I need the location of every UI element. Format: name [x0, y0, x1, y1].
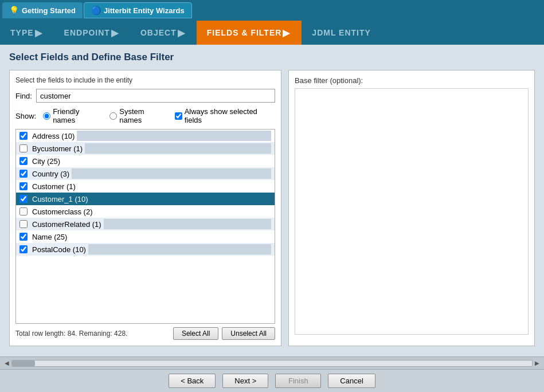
- field-label-postalcode: PostalCode (10): [32, 245, 86, 254]
- field-bg-country: [72, 168, 271, 179]
- find-input[interactable]: [36, 89, 275, 103]
- show-label: Show:: [15, 112, 36, 120]
- steps-bar: TYPE ▶ ENDPOINT ▶ OBJECT ▶ FIELDS & FILT…: [0, 21, 544, 45]
- cancel-button[interactable]: Cancel: [328, 374, 375, 388]
- select-all-button[interactable]: Select All: [173, 327, 218, 340]
- field-label-address: Address (10): [32, 132, 75, 140]
- field-bg-bycustomer: [85, 143, 271, 154]
- step-endpoint-label: ENDPOINT: [64, 28, 110, 37]
- field-row-name[interactable]: Name (25): [16, 230, 275, 243]
- system-names-label: System names: [119, 107, 167, 124]
- tab-bar: 💡 Getting Started 🔵 Jitterbit Entity Wiz…: [0, 0, 544, 21]
- step-endpoint[interactable]: ENDPOINT ▶: [54, 21, 130, 45]
- main-content: Select Fields and Define Base Filter Sel…: [0, 45, 544, 356]
- page-title: Select Fields and Define Base Filter: [9, 52, 535, 63]
- system-names-radio-label[interactable]: System names: [109, 107, 167, 124]
- friendly-names-radio-label[interactable]: Friendly names: [43, 107, 103, 124]
- field-row-customer[interactable]: Customer (1): [16, 180, 275, 193]
- field-bg-customerclass: [95, 206, 271, 217]
- fields-list[interactable]: Address (10)Bycustomer (1)City (25)Count…: [15, 129, 275, 324]
- field-checkbox-address[interactable]: [19, 132, 28, 140]
- step-type[interactable]: TYPE ▶: [0, 21, 54, 45]
- unselect-all-button[interactable]: Unselect All: [222, 327, 275, 340]
- summary-row: Total row length: 84. Remaning: 428. Sel…: [15, 327, 275, 340]
- find-label: Find:: [15, 92, 33, 100]
- wizard-icon: 🔵: [91, 6, 101, 15]
- always-show-checkbox[interactable]: [175, 112, 182, 120]
- field-checkbox-postalcode[interactable]: [19, 245, 28, 253]
- field-checkbox-customer1[interactable]: [19, 195, 28, 203]
- scrollbar[interactable]: ◀ ▶: [0, 356, 544, 369]
- finish-button[interactable]: Finish: [275, 374, 321, 388]
- friendly-names-radio[interactable]: [43, 112, 50, 120]
- field-row-bycustomer[interactable]: Bycustomer (1): [16, 142, 275, 155]
- field-checkbox-city[interactable]: [19, 157, 28, 165]
- field-bg-city: [62, 156, 271, 166]
- always-show-text: Always show selected fields: [185, 107, 275, 124]
- show-row: Show: Friendly names System names Always…: [15, 107, 275, 124]
- arrow-icon-1: ▶: [35, 28, 42, 38]
- next-button[interactable]: Next >: [222, 374, 268, 388]
- step-object-label: OBJECT: [140, 28, 177, 37]
- field-label-bycustomer: Bycustomer (1): [32, 144, 83, 153]
- field-row-address[interactable]: Address (10): [16, 130, 275, 142]
- tab-getting-started-label: Getting Started: [22, 6, 76, 15]
- scroll-track[interactable]: [11, 360, 533, 367]
- step-type-label: TYPE: [10, 28, 34, 37]
- field-label-city: City (25): [32, 157, 60, 166]
- field-checkbox-bycustomer[interactable]: [19, 144, 28, 152]
- arrow-icon-4: ▶: [283, 28, 290, 38]
- tab-jitterbit-label: Jitterbit Entity Wizards: [104, 6, 185, 15]
- always-show-label[interactable]: Always show selected fields: [175, 107, 275, 124]
- step-fields-filter[interactable]: FIELDS & FILTER ▶: [197, 21, 302, 45]
- field-bg-customer: [78, 181, 271, 191]
- left-panel: Select the fields to include in the enti…: [9, 70, 281, 346]
- scroll-left-arrow[interactable]: ◀: [2, 360, 11, 366]
- section-label: Select the fields to include in the enti…: [15, 76, 275, 84]
- system-names-radio[interactable]: [109, 112, 117, 120]
- step-jdml-entity-label: JDML ENTITY: [312, 28, 371, 37]
- field-label-customer: Customer (1): [32, 182, 76, 191]
- scroll-thumb[interactable]: [12, 360, 35, 366]
- scroll-right-arrow[interactable]: ▶: [533, 360, 542, 366]
- field-label-customerrelated: CustomerRelated (1): [32, 220, 101, 229]
- field-bg-address: [77, 131, 271, 141]
- panel: Select the fields to include in the enti…: [9, 70, 535, 346]
- field-row-customer1[interactable]: Customer_1 (10): [16, 193, 275, 205]
- field-checkbox-customer[interactable]: [19, 182, 28, 190]
- bottom-nav: < Back Next > Finish Cancel: [0, 369, 544, 392]
- field-checkbox-name[interactable]: [19, 233, 28, 241]
- field-checkbox-customerrelated[interactable]: [19, 220, 28, 228]
- field-bg-name: [69, 232, 271, 242]
- field-bg-customerrelated: [104, 219, 271, 229]
- field-label-name: Name (25): [32, 233, 67, 241]
- friendly-names-label: Friendly names: [53, 107, 103, 124]
- field-row-country[interactable]: Country (3): [16, 167, 275, 180]
- step-object[interactable]: OBJECT ▶: [130, 21, 197, 45]
- tab-getting-started[interactable]: 💡 Getting Started: [2, 2, 83, 18]
- field-label-country: Country (3): [32, 170, 69, 178]
- field-checkbox-customerclass[interactable]: [19, 207, 28, 215]
- find-row: Find:: [15, 89, 275, 103]
- field-bg-customer1: [91, 194, 271, 204]
- field-checkbox-country[interactable]: [19, 170, 28, 178]
- field-label-customer1: Customer_1 (10): [32, 195, 88, 203]
- base-filter-area[interactable]: [295, 88, 529, 335]
- step-fields-filter-label: FIELDS & FILTER: [207, 28, 282, 37]
- field-row-city[interactable]: City (25): [16, 155, 275, 167]
- btn-group: Select All Unselect All: [173, 327, 275, 340]
- step-jdml-entity[interactable]: JDML ENTITY: [302, 21, 381, 45]
- arrow-icon-3: ▶: [178, 28, 185, 38]
- field-label-customerclass: Customerclass (2): [32, 207, 92, 216]
- lightbulb-icon: 💡: [9, 6, 19, 15]
- base-filter-label: Base filter (optional):: [295, 76, 529, 85]
- field-row-postalcode[interactable]: PostalCode (10): [16, 243, 275, 256]
- field-bg-postalcode: [88, 244, 271, 254]
- tab-jitterbit[interactable]: 🔵 Jitterbit Entity Wizards: [84, 2, 192, 18]
- arrow-icon-2: ▶: [111, 28, 119, 38]
- summary-text: Total row length: 84. Remaning: 428.: [15, 330, 127, 338]
- right-panel: Base filter (optional):: [288, 70, 535, 346]
- field-row-customerrelated[interactable]: CustomerRelated (1): [16, 218, 275, 230]
- field-row-customerclass[interactable]: Customerclass (2): [16, 205, 275, 218]
- back-button[interactable]: < Back: [169, 374, 216, 388]
